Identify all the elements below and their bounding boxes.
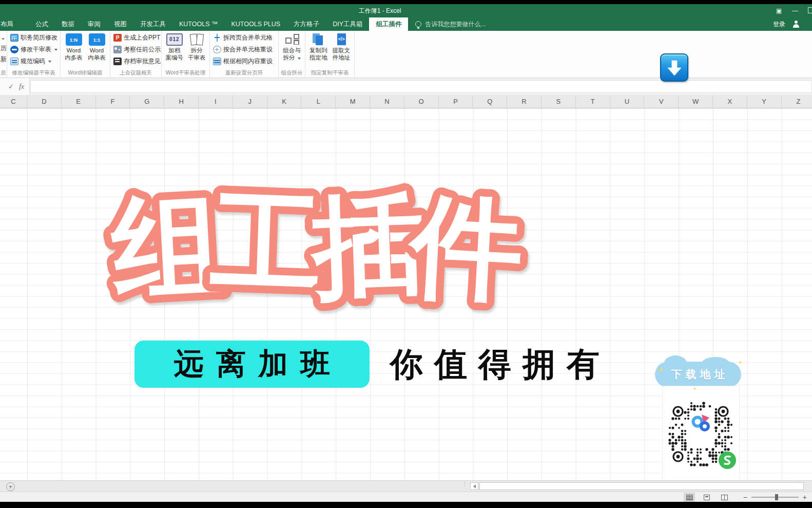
tell-me-box[interactable]: 告诉我您想要做什么... (408, 17, 486, 31)
title-bar: 工作簿1 - Excel ▣ — (0, 4, 812, 17)
tab-kutools[interactable]: KUTOOLS ™ (172, 17, 224, 31)
split-pages-icon (188, 33, 205, 46)
ribbon-group-word-review-processing: 012 加档 案编号 拆分 干审表 Word干审表处理 (162, 31, 210, 78)
btn-generate-meeting-ppt[interactable]: P 生成上会PPT (112, 32, 159, 43)
column-header[interactable]: G (130, 95, 164, 108)
minimize-button[interactable]: — (792, 7, 798, 14)
ribbon-display-options-icon[interactable]: ▣ (776, 7, 782, 14)
tab-page-layout[interactable]: 页面布局 (0, 17, 29, 31)
column-header[interactable]: C (0, 95, 27, 108)
tab-data[interactable]: 数据 (55, 17, 81, 31)
column-header[interactable]: Y (747, 95, 782, 108)
new-sheet-button[interactable]: + (6, 482, 15, 491)
btn-reset-by-same-content[interactable]: 根据相同内容重设 (212, 56, 276, 67)
btn-pre-appointment-publicity[interactable]: 考察任前公示 (112, 44, 159, 55)
column-header[interactable]: N (370, 95, 404, 108)
ribbon-tab-strip: 页面布局 公式 数据 审阅 视图 开发工具 KUTOOLS ™ KUTOOLS … (0, 17, 812, 31)
column-header[interactable]: P (439, 95, 473, 108)
sign-in-link[interactable]: 登录 (773, 20, 785, 29)
stamp-icon (113, 58, 122, 65)
btn-reset-by-merged-cells[interactable]: 按合并单元格重设 (212, 44, 276, 55)
column-header[interactable]: H (164, 95, 199, 108)
download-arrow-icon[interactable] (660, 53, 688, 82)
dropdown-arrow-icon (298, 58, 301, 60)
letterbox-bottom (0, 502, 812, 508)
btn-combine-and-split[interactable]: 组合与 拆分 (281, 32, 303, 69)
column-header[interactable]: Q (473, 95, 507, 108)
btn-word-multi-table[interactable]: 1:N Word 内多表 (63, 32, 85, 69)
column-header[interactable]: Z (782, 95, 812, 108)
sparkle-icon: ✦ (738, 360, 742, 365)
insert-function-icon[interactable]: fx (19, 83, 24, 91)
ribbon-group-reset-page-breaks: 拆跨页合并单元格 按合并单元格重设 根据相同内容重设 重新设置分页符 (210, 31, 279, 78)
btn-standard-coding[interactable]: 规范编码 (9, 56, 58, 67)
column-header[interactable]: I (199, 95, 233, 108)
normal-view-icon (686, 495, 693, 500)
column-header[interactable]: D (27, 95, 62, 108)
btn-extract-file-address[interactable]: 提取文 件地址 (331, 32, 353, 69)
column-header[interactable]: W (679, 95, 713, 108)
copy-pages-icon (310, 33, 326, 47)
tab-formulas[interactable]: 公式 (29, 17, 55, 31)
btn-split-review-table[interactable]: 拆分 干审表 (186, 32, 208, 69)
ribbon-group-edit-review-table: 职务简历修改 修改干审表 规范编码 修改编辑器干审表 (7, 31, 61, 78)
column-header[interactable]: V (644, 95, 679, 108)
column-header[interactable]: M (336, 95, 370, 108)
headline-char: 件 (404, 180, 526, 315)
column-header[interactable]: L (301, 95, 336, 108)
normal-view-button[interactable] (684, 493, 695, 502)
horizontal-scrollbar[interactable] (479, 482, 804, 490)
status-bar: − + (0, 492, 812, 502)
scroll-left-button[interactable] (470, 482, 478, 490)
zoom-slider[interactable] (751, 497, 799, 498)
tab-diy-toolbox[interactable]: DIY工具箱 (326, 17, 369, 31)
netdisk-logo (689, 411, 713, 435)
maximize-button[interactable] (808, 7, 812, 13)
sparkle-icon: ✦ (693, 386, 697, 391)
formula-input[interactable] (30, 80, 812, 93)
page-layout-view-button[interactable] (701, 493, 712, 502)
page-break-preview-button[interactable] (719, 493, 730, 502)
scrollbar-thumb[interactable] (480, 483, 794, 489)
tab-zugong-plugin[interactable]: 组工插件 (369, 17, 408, 31)
ribbon-group-combine-split: 组合与 拆分 组合拆分 (279, 31, 305, 78)
tab-splitter-handle[interactable]: ⋮ (462, 483, 464, 490)
sheet-tab-bar: + ⋮ (0, 480, 812, 492)
column-header[interactable]: T (576, 95, 610, 108)
btn-add-archive-number[interactable]: 012 加档 案编号 (164, 32, 185, 69)
tab-kutools-plus[interactable]: KUTOOLS PLUS (224, 17, 287, 31)
column-header[interactable]: R (507, 95, 542, 108)
column-header[interactable]: U (610, 95, 645, 108)
btn-archive-approval-opinion[interactable]: 存档审批意见 (112, 56, 159, 67)
zoom-out-button[interactable]: − (743, 493, 747, 501)
btn-word-single-table[interactable]: 1:1 Word 内单表 (86, 32, 108, 69)
column-header[interactable]: J (233, 95, 267, 108)
person-icon[interactable] (792, 21, 800, 28)
account-area: 登录 (773, 17, 800, 31)
btn-resume-modify[interactable]: 职务简历修改 (9, 32, 58, 43)
column-header[interactable]: O (404, 95, 439, 108)
column-header[interactable]: F (96, 95, 130, 108)
zoom-in-button[interactable]: + (803, 493, 807, 501)
tab-review[interactable]: 审阅 (81, 17, 107, 31)
slogan-badge: 远离加班 (134, 341, 370, 388)
ribbon-group-clipped: ⌄ 历 新 息 (0, 31, 7, 78)
tab-developer[interactable]: 开发工具 (133, 17, 172, 31)
zoom-slider-thumb[interactable] (775, 494, 778, 500)
btn-modify-review-table[interactable]: 修改干审表 (9, 44, 58, 55)
formula-bar: ✓ fx (0, 78, 812, 95)
btn-copy-to-destination[interactable]: 复制到 指定地 (307, 32, 330, 69)
tab-view[interactable]: 视图 (107, 17, 133, 31)
column-header[interactable]: E (62, 95, 96, 108)
column-header[interactable]: K (267, 95, 302, 108)
enter-check-icon[interactable]: ✓ (8, 83, 14, 90)
column-header[interactable]: S (542, 95, 576, 108)
page-break-icon (721, 495, 728, 500)
keypad-012-icon: 012 (166, 33, 183, 46)
tab-ffcell[interactable]: 方方格子 (287, 17, 326, 31)
tagline: 你值得拥有 (390, 341, 611, 388)
btn-split-crosspage-merged-cells[interactable]: 拆跨页合并单元格 (212, 32, 276, 43)
column-header[interactable]: X (713, 95, 747, 108)
page-layout-icon (704, 495, 710, 500)
one-to-n-icon: 1:N (66, 33, 82, 46)
